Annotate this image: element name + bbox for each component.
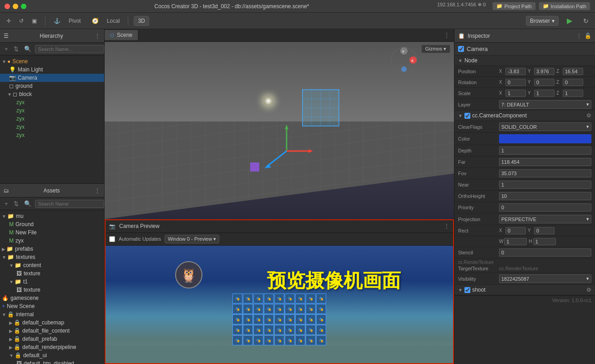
camera-comp-gear-icon[interactable]: ⚙ — [586, 112, 591, 119]
tree-item-ground-asset[interactable]: M Ground — [0, 220, 104, 228]
play-button[interactable]: ▶ — [564, 15, 575, 26]
auto-updates-checkbox[interactable] — [109, 236, 115, 242]
installation-path-button[interactable]: 📁 Installation Path — [539, 2, 590, 10]
hierarchy-search-input[interactable] — [35, 45, 104, 53]
minimize-button[interactable] — [13, 4, 18, 9]
tree-item-zyx2[interactable]: zyx — [0, 106, 104, 115]
browser-dropdown[interactable]: Browser ▾ — [526, 16, 559, 26]
tree-item-gamescene[interactable]: 🔥 gamescene — [0, 294, 104, 302]
orthoheight-input[interactable] — [499, 192, 591, 200]
refresh-button[interactable]: ↻ — [580, 16, 591, 25]
tree-item-scene[interactable]: ▼ ● Scene — [0, 57, 104, 66]
pos-x-input[interactable] — [505, 68, 526, 75]
pivot-button[interactable]: Pivot — [66, 17, 84, 25]
scale-z-input[interactable] — [563, 90, 583, 97]
tree-item-mzyx[interactable]: M zyx — [0, 237, 104, 245]
priority-input[interactable] — [499, 203, 591, 212]
add-node-button[interactable]: + — [3, 45, 10, 53]
tree-item-internal[interactable]: ▼ 🔒 internal — [0, 310, 104, 318]
tree-item-newfile[interactable]: M New File — [0, 228, 104, 237]
tree-item-default-btn-disabled[interactable]: 🖼 default_btn_disabled — [0, 359, 104, 364]
hierarchy-sort-button[interactable]: ⇅ — [12, 45, 20, 53]
tree-item-newscene[interactable]: + New Scene — [0, 302, 104, 310]
tree-item-texture1[interactable]: 🖼 texture — [0, 269, 104, 278]
project-path-button[interactable]: 📁 Project Path — [492, 2, 536, 10]
rect-y-input[interactable] — [534, 227, 555, 234]
shoot-gear-icon[interactable]: ⚙ — [586, 287, 591, 293]
tree-item-textures[interactable]: ▼ 📁 textures — [0, 253, 104, 261]
assets-search-button[interactable]: 🔍 — [22, 199, 33, 208]
camera-component-section-header[interactable]: ▼ cc.CameraComponent ⚙ — [454, 111, 595, 121]
rot-x-input[interactable] — [505, 79, 526, 86]
pos-y-input[interactable] — [534, 68, 555, 75]
shoot-section-header[interactable]: ▼ shoot ⚙ — [454, 285, 595, 295]
inspector-lock-button[interactable]: 🔓 — [585, 33, 591, 39]
close-button[interactable] — [5, 4, 10, 9]
move-tool-button[interactable]: ✛ — [4, 17, 14, 25]
hierarchy-search-button[interactable]: 🔍 — [22, 45, 33, 53]
projection-dropdown[interactable]: PERSPECTIVE ▾ — [499, 215, 591, 223]
far-input[interactable] — [499, 158, 591, 166]
hierarchy-menu-button[interactable]: ⋮ — [94, 32, 101, 40]
assets-search-input[interactable] — [35, 200, 104, 208]
anchor-icon[interactable]: ⚓ — [51, 17, 63, 25]
camera-comp-arrow: ▼ — [458, 113, 463, 118]
maximize-button[interactable] — [21, 4, 26, 9]
scale-x-input[interactable] — [505, 90, 526, 97]
layer-dropdown[interactable]: 7: DEFAULT ▾ — [499, 100, 591, 109]
tree-item-default-ui[interactable]: ▼ 🔒 default_ui — [0, 351, 104, 359]
node-section-header[interactable]: ▼ Node — [454, 56, 595, 66]
assets-menu-button[interactable]: ⋮ — [94, 187, 101, 194]
tree-item-ground[interactable]: ◻ ground — [0, 82, 104, 90]
tree-item-prefabs[interactable]: ▶ 📁 prefabs — [0, 245, 104, 253]
tree-item-mu[interactable]: ▼ 📁 mu — [0, 212, 104, 220]
rect-h-input[interactable] — [533, 238, 556, 245]
tree-item-default-file-content[interactable]: ▶ 🔒 default_file_content — [0, 327, 104, 335]
scene-tab-menu[interactable]: ⋮ — [439, 32, 454, 38]
near-input[interactable] — [499, 181, 591, 189]
camera-comp-checkbox[interactable] — [464, 113, 470, 119]
depth-input[interactable] — [499, 147, 591, 155]
clearflags-dropdown[interactable]: SOLID_COLOR ▾ — [499, 122, 591, 131]
refresh-tool-button[interactable]: ↺ — [16, 17, 26, 25]
rect-tool-button[interactable]: ▣ — [29, 17, 40, 25]
compass-icon[interactable]: 🧭 — [89, 17, 101, 25]
color-picker[interactable] — [499, 134, 591, 143]
tree-item-default-cubemap[interactable]: ▶ 🔒 default_cubemap — [0, 318, 104, 327]
tree-arrow-scene[interactable]: ▼ — [2, 59, 6, 64]
shoot-checkbox[interactable] — [464, 287, 470, 293]
rect-w-input[interactable] — [504, 238, 527, 245]
tree-item-zyx5[interactable]: zyx — [0, 131, 104, 139]
tree-item-zyx4[interactable]: zyx — [0, 123, 104, 131]
tree-item-zyx1[interactable]: zyx — [0, 98, 104, 106]
pos-z-input[interactable] — [563, 68, 583, 75]
stencil-input[interactable] — [499, 248, 591, 257]
rect-x-input[interactable] — [505, 227, 526, 234]
scene-viewport[interactable]: Gizmos ▾ — [105, 42, 454, 219]
inspector-menu-button[interactable]: ⋮ — [576, 33, 582, 39]
visibility-dropdown[interactable]: 1822425087 ▾ — [499, 274, 591, 283]
rot-y-input[interactable] — [534, 79, 555, 86]
window-dropdown[interactable]: Window 0 - Preview ▾ — [165, 235, 219, 243]
tree-item-block[interactable]: ▼ ◻ block — [0, 90, 104, 98]
local-button[interactable]: Local — [104, 17, 123, 25]
assets-add-button[interactable]: + — [3, 199, 10, 208]
fov-input[interactable] — [499, 169, 591, 177]
tree-item-t1[interactable]: ▼ 📁 t1 — [0, 278, 104, 286]
tree-item-camera[interactable]: 📷 Camera — [0, 74, 104, 82]
camera-enabled-checkbox[interactable] — [458, 46, 464, 52]
rot-z-input[interactable] — [563, 79, 583, 86]
scale-y-input[interactable] — [534, 90, 555, 97]
gizmos-button[interactable]: Gizmos ▾ — [421, 45, 450, 53]
tree-item-content[interactable]: ▼ 📁 content — [0, 261, 104, 269]
camera-preview-menu[interactable]: ⋮ — [444, 223, 449, 229]
assets-sort-button[interactable]: ⇅ — [12, 199, 20, 208]
tree-item-main-light[interactable]: 💡 Main Light — [0, 66, 104, 74]
mode-3d-button[interactable]: 3D — [134, 16, 149, 26]
tree-item-default-renderpipeline[interactable]: ▶ 🔒 default_renderpipeline — [0, 343, 104, 351]
tree-item-default-prefab[interactable]: ▶ 🔒 default_prefab — [0, 335, 104, 343]
scene-tab[interactable]: ⬡ Scene — [105, 30, 138, 40]
tree-item-zyx3[interactable]: zyx — [0, 115, 104, 123]
tree-item-texture2[interactable]: 🖼 texture — [0, 286, 104, 294]
tree-arrow-block[interactable]: ▼ — [7, 92, 12, 97]
